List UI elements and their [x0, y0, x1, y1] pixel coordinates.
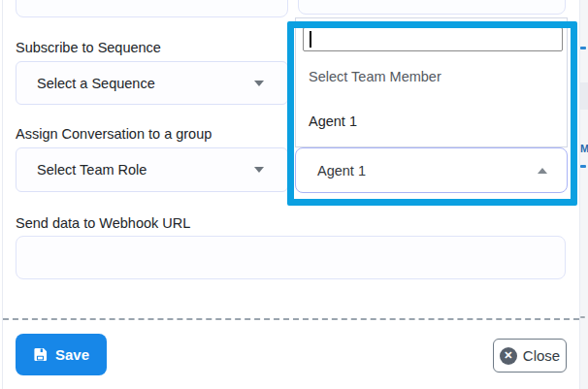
team-role-select-value: Select Team Role: [37, 162, 254, 178]
sequence-field-label: Subscribe to Sequence: [16, 40, 161, 55]
group-field-label: Assign Conversation to a group: [16, 126, 212, 142]
text-cursor: [310, 31, 311, 48]
webhook-url-input[interactable]: [16, 236, 566, 279]
chevron-down-icon: [254, 81, 264, 86]
save-icon: [33, 347, 48, 362]
sequence-select-value: Select a Sequence: [37, 76, 254, 91]
dropdown-option-agent-1[interactable]: Agent 1: [296, 99, 567, 143]
chevron-up-icon: [538, 168, 547, 174]
team-member-dropdown-panel: Select Team Member Agent 1: [295, 17, 568, 147]
save-button[interactable]: Save: [16, 334, 107, 375]
team-member-select-value: Agent 1: [317, 163, 538, 178]
background-dash-fragment: [580, 316, 585, 318]
save-button-label: Save: [55, 346, 89, 363]
background-link-fragment: [580, 165, 586, 168]
message-input-partial-right[interactable]: [298, 0, 566, 15]
chevron-down-icon: [254, 167, 264, 173]
footer-divider: [3, 318, 579, 320]
dropdown-search-input[interactable]: [303, 27, 563, 51]
background-page-strip: M: [580, 0, 588, 389]
team-member-select[interactable]: Agent 1: [295, 147, 568, 193]
background-link-fragment: [580, 47, 586, 49]
sequence-select[interactable]: Select a Sequence: [16, 61, 288, 105]
screen: M Subscribe to Sequence Select a Sequenc…: [0, 0, 588, 389]
message-input-partial[interactable]: [16, 0, 288, 17]
dropdown-option-select-team-member[interactable]: Select Team Member: [296, 54, 567, 98]
background-panel-fragment: [580, 82, 588, 110]
close-button[interactable]: ✕ Close: [493, 339, 567, 373]
close-icon: ✕: [500, 347, 517, 365]
background-text-fragment: M: [580, 143, 588, 154]
team-role-select[interactable]: Select Team Role: [16, 147, 288, 192]
webhook-field-label: Send data to Webhook URL: [16, 215, 190, 231]
close-button-label: Close: [523, 347, 560, 364]
